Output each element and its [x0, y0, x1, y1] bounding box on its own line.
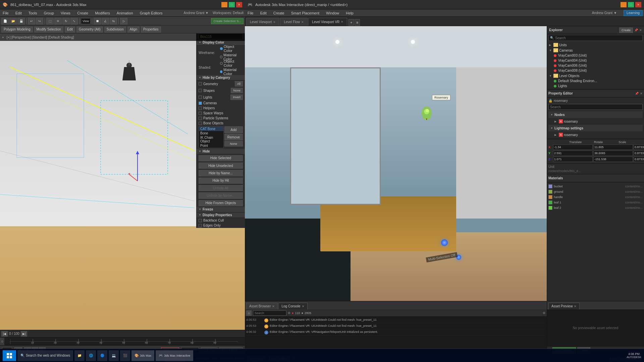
right-menu-window[interactable]: Window: [325, 10, 340, 16]
minimize-button[interactable]: _: [221, 2, 227, 7]
menu-group[interactable]: Group: [42, 10, 55, 16]
timeline-end-btn[interactable]: ▶|: [21, 331, 27, 337]
none-button[interactable]: None: [231, 88, 243, 93]
all-button[interactable]: All: [235, 81, 243, 86]
remove-button[interactable]: Remove: [224, 134, 243, 140]
tab-lvvr-close[interactable]: ✕: [341, 20, 343, 23]
right-minimize-btn[interactable]: _: [621, 2, 627, 7]
add-button[interactable]: Add: [224, 126, 243, 133]
taskbar-file-explorer[interactable]: 📁: [74, 350, 85, 361]
polygon-modeling-btn[interactable]: Polygon Modeling: [1, 26, 33, 33]
lightmap-section-header[interactable]: ▼ Lightmap settings: [548, 125, 643, 131]
shaded-material-color[interactable]: Material Color: [220, 68, 243, 76]
hide-frozen-button[interactable]: Hide Frozen Objects: [199, 200, 243, 206]
shapes-checkbox[interactable]: [199, 89, 202, 92]
toolbar-redo[interactable]: ↪: [36, 18, 43, 24]
close-button[interactable]: ✕: [236, 2, 242, 7]
log-console-close[interactable]: ✕: [302, 305, 305, 308]
tab-level-viewport[interactable]: Level Viewport ✕: [246, 18, 279, 26]
asset-preview-tab[interactable]: Asset Preview ✕: [548, 303, 580, 309]
z-translate-input[interactable]: [553, 157, 593, 162]
nodes-section-header[interactable]: ▼ Nodes: [548, 111, 643, 118]
cameras-checkbox[interactable]: [199, 102, 202, 105]
wireframe-object-color[interactable]: Object Color: [220, 45, 243, 53]
asset-browser-close[interactable]: ✕: [272, 305, 275, 308]
unhide-all-button[interactable]: Unhide All: [199, 185, 243, 191]
learning-button[interactable]: Learning: [624, 10, 643, 16]
shaded-object-color[interactable]: Object Color: [220, 59, 243, 67]
right-menu-help[interactable]: Help: [344, 10, 355, 16]
hide-by-name-button[interactable]: Hide by Name...: [199, 170, 243, 176]
taskbar-edge[interactable]: 🌐: [86, 350, 96, 361]
z-scale-input[interactable]: [634, 157, 644, 162]
log-console-tab[interactable]: Log Console ✕: [278, 303, 307, 309]
y-rotate-input[interactable]: [593, 150, 633, 156]
backface-cull-checkbox[interactable]: [199, 219, 202, 222]
align-btn[interactable]: Align: [127, 26, 140, 33]
toolbar-save[interactable]: 💾: [17, 18, 25, 24]
toolbar-undo[interactable]: ↩: [28, 18, 35, 24]
shaded-obj-radio[interactable]: [220, 62, 223, 65]
right-maximize-btn[interactable]: □: [628, 2, 634, 7]
ab-settings-btn[interactable]: ⚙: [288, 311, 290, 315]
toolbar-open[interactable]: 📂: [9, 18, 17, 24]
z-rotate-input[interactable]: [593, 157, 633, 162]
toolbar-rotate[interactable]: ↻: [62, 18, 70, 24]
shaded-mat-radio[interactable]: [220, 70, 222, 73]
bone-item[interactable]: Bone: [199, 131, 223, 135]
none-btn2[interactable]: None: [224, 141, 243, 146]
menu-views[interactable]: Views: [59, 10, 72, 16]
start-button[interactable]: [3, 350, 16, 361]
prop-editor-pin[interactable]: 📌: [635, 92, 639, 95]
hide-selected-button[interactable]: Hide Selected: [199, 155, 243, 161]
prop-search-input[interactable]: [548, 104, 643, 110]
wireframe-mat-radio[interactable]: [220, 56, 222, 58]
display-props-header[interactable]: ▼ Display Properties: [197, 213, 245, 218]
taskbar-terminal[interactable]: ⬛: [120, 350, 130, 361]
point-item[interactable]: Point: [199, 143, 223, 148]
menu-modifiers[interactable]: Modifiers: [94, 10, 111, 16]
vr-scene[interactable]: Multi-Selection Off Rosemary: [245, 26, 547, 301]
asset-browser-tab[interactable]: Asset Browser ✕: [246, 303, 278, 309]
tab-level-flow[interactable]: Level Flow ✕: [280, 18, 308, 26]
hide-by-category-header[interactable]: ▼ Hide by Category: [197, 75, 245, 81]
wireframe-obj-radio[interactable]: [220, 47, 223, 50]
tree-rosemary-node[interactable]: ▶ R rosemary: [552, 119, 643, 124]
right-close-btn[interactable]: ✕: [635, 2, 641, 7]
geometry-checkbox[interactable]: [199, 82, 202, 85]
tab-lf-close[interactable]: ✕: [301, 20, 304, 24]
particle-checkbox[interactable]: [199, 117, 202, 120]
toolbar-move[interactable]: ✛: [54, 18, 62, 24]
hide-section-header[interactable]: ▼ Hide: [197, 149, 245, 155]
tree-level-objects[interactable]: ▼ 📁 Level Objects: [547, 73, 644, 78]
ab-search-input[interactable]: [253, 310, 286, 316]
taskbar-chrome[interactable]: 🔵: [97, 350, 107, 361]
edit-btn[interactable]: Edit: [65, 26, 75, 33]
toolbar-new[interactable]: 📄: [1, 18, 9, 24]
invert-button[interactable]: Invert: [230, 95, 243, 100]
x-rotate-input[interactable]: [593, 144, 633, 150]
tree-cameras[interactable]: ▼ 📁 Cameras: [547, 48, 644, 53]
view-dropdown[interactable]: View: [81, 18, 91, 24]
bone-list[interactable]: CAT Bone Bone IK Chain Object Point: [199, 126, 224, 148]
spacewarps-checkbox[interactable]: [199, 112, 202, 115]
hide-unselected-button[interactable]: Hide Unselected: [199, 163, 243, 169]
x-scale-input[interactable]: [634, 144, 644, 150]
taskbar-max-app[interactable]: 🎨 3ds Max: [131, 350, 154, 361]
tab-level-viewport-vr[interactable]: Level Viewport VR ✕: [308, 18, 347, 26]
geometry-all-btn[interactable]: Geometry (All): [76, 26, 103, 33]
right-menu-smart-placement[interactable]: Smart Placement: [290, 10, 321, 16]
add-tab-btn[interactable]: +: [348, 19, 354, 26]
toolbar-snap[interactable]: 🔲: [94, 18, 101, 24]
tree-vray003[interactable]: VrayCam003 (Unit): [547, 53, 644, 58]
explorer-search-input[interactable]: [555, 36, 642, 40]
hide-by-hit-button[interactable]: Hide by Hit: [199, 178, 243, 184]
tree-units[interactable]: ▶ 📁 Units: [547, 42, 644, 48]
toolbar-angle[interactable]: ∠: [102, 18, 109, 24]
x-translate-input[interactable]: [553, 144, 593, 150]
tree-vray006[interactable]: VrayCam006 (Unit): [547, 63, 644, 68]
toolbar-percent[interactable]: %: [110, 18, 117, 24]
timeline-start-btn[interactable]: |◀: [1, 331, 8, 337]
menu-graph-editors[interactable]: Graph Editors: [139, 10, 164, 16]
tree-vray008[interactable]: VrayCam008 (Unit): [547, 68, 644, 73]
